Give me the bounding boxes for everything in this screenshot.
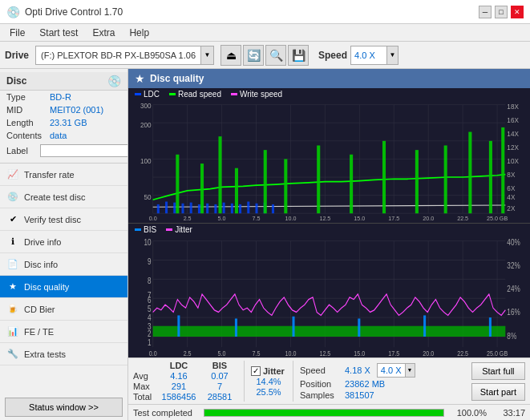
speed-value-stat: 4.18 X <box>345 365 370 375</box>
scan-button[interactable]: 🔍 <box>265 45 286 66</box>
close-button[interactable]: ✕ <box>511 6 524 18</box>
fe-te-icon: 📊 <box>6 325 19 338</box>
divider-1 <box>244 361 245 402</box>
menu-extra[interactable]: Extra <box>86 26 121 40</box>
drive-selector[interactable]: (F:) PLEXTOR BD-R PX-LB950SA 1.06 ▼ <box>35 46 214 65</box>
sidebar-item-verify-test-disc[interactable]: ✔ Verify test disc <box>0 208 127 231</box>
svg-rect-43 <box>415 150 419 213</box>
sidebar-item-disc-quality[interactable]: ★ Disc quality <box>0 276 127 298</box>
sidebar-item-drive-info[interactable]: ℹ Drive info <box>0 231 127 253</box>
disc-length-label: Length <box>6 118 48 127</box>
menu-file[interactable]: File <box>3 26 31 40</box>
jitter-col-header: Jitter <box>263 366 285 376</box>
jitter-color <box>166 228 172 231</box>
svg-text:24%: 24% <box>507 284 520 293</box>
svg-rect-72 <box>128 236 530 358</box>
sidebar-item-cd-bier[interactable]: 🍺 CD Bier <box>0 298 127 321</box>
svg-text:10X: 10X <box>507 157 519 165</box>
svg-text:40%: 40% <box>507 236 520 246</box>
maximize-button[interactable]: □ <box>495 6 508 18</box>
start-full-button[interactable]: Start full <box>471 362 525 380</box>
legend-write-speed: Write speed <box>231 90 282 99</box>
svg-text:15.0: 15.0 <box>354 215 365 222</box>
speed-select-arrow[interactable]: ▼ <box>405 364 415 377</box>
svg-text:25.0 GB: 25.0 GB <box>487 215 508 222</box>
samples-row: Samples 381507 <box>300 390 415 400</box>
speed-selector-stat[interactable]: 4.0 X ▼ <box>377 363 415 378</box>
minimize-button[interactable]: ─ <box>479 6 492 18</box>
create-test-disc-icon: 💿 <box>6 191 19 204</box>
speed-selector[interactable]: 4.0 X ▼ <box>350 46 399 65</box>
svg-text:100: 100 <box>140 157 152 165</box>
svg-rect-41 <box>350 155 353 213</box>
bis-col-header: BIS <box>202 361 237 370</box>
drive-dropdown-arrow[interactable]: ▼ <box>200 46 213 64</box>
start-part-button[interactable]: Start part <box>471 383 525 401</box>
legend-bis: BIS <box>135 225 156 234</box>
progress-track <box>204 409 444 417</box>
svg-rect-28 <box>231 204 233 213</box>
disc-label-input[interactable] <box>40 144 128 157</box>
max-jitter: 25.5% <box>251 387 286 397</box>
menu-start-test[interactable]: Start test <box>33 26 84 40</box>
extra-tests-label: Extra tests <box>24 349 66 359</box>
svg-rect-27 <box>223 203 225 214</box>
svg-text:8: 8 <box>148 275 152 285</box>
disc-quality-label: Disc quality <box>24 282 69 292</box>
eject-button[interactable]: ⏏ <box>220 45 241 66</box>
avg-ldc: 4.16 <box>159 371 199 381</box>
sidebar-item-fe-te[interactable]: 📊 FE / TE <box>0 321 127 343</box>
drive-icons: ⏏ 🔄 🔍 💾 <box>220 45 309 66</box>
svg-text:15.0: 15.0 <box>354 349 365 357</box>
total-row: Total 1586456 28581 <box>133 392 237 402</box>
sidebar-item-create-test-disc[interactable]: 💿 Create test disc <box>0 186 127 208</box>
write-speed-color <box>231 93 237 95</box>
save-button[interactable]: 💾 <box>288 45 309 66</box>
transfer-rate-label: Transfer rate <box>24 170 75 180</box>
max-row: Max 291 7 <box>133 382 237 391</box>
status-text: Test completed <box>133 408 197 418</box>
svg-rect-91 <box>177 315 180 337</box>
speed-dropdown-arrow[interactable]: ▼ <box>386 46 398 64</box>
disc-type-value: BD-R <box>50 92 71 102</box>
svg-rect-44 <box>444 145 447 213</box>
avg-label: Avg <box>133 371 156 381</box>
disc-type-label: Type <box>6 92 48 102</box>
disc-section-header: Disc 💿 <box>0 72 127 91</box>
verify-test-disc-label: Verify test disc <box>24 215 81 224</box>
sidebar-item-extra-tests[interactable]: 🔧 Extra tests <box>0 343 127 365</box>
disc-length-row: Length 23.31 GB <box>0 116 127 129</box>
svg-rect-21 <box>173 203 176 214</box>
svg-rect-47 <box>501 127 504 213</box>
progress-bar-container: Test completed 100.0% 33:17 <box>128 404 530 420</box>
svg-text:8X: 8X <box>507 171 515 179</box>
create-test-disc-label: Create test disc <box>24 192 85 202</box>
svg-rect-40 <box>317 145 320 213</box>
svg-rect-34 <box>176 155 179 213</box>
svg-text:6X: 6X <box>507 184 515 192</box>
max-ldc: 291 <box>159 382 199 391</box>
status-window-button[interactable]: Status window >> <box>5 398 123 417</box>
sidebar-item-disc-info[interactable]: 📄 Disc info <box>0 253 127 276</box>
disc-info-label: Disc info <box>24 260 58 269</box>
drive-label: Drive <box>5 50 29 61</box>
cd-bier-label: CD Bier <box>24 305 55 314</box>
refresh-button[interactable]: 🔄 <box>243 45 264 66</box>
cd-bier-icon: 🍺 <box>6 303 19 316</box>
read-speed-label: Read speed <box>178 90 221 99</box>
jitter-checkbox[interactable]: ✓ <box>251 366 261 376</box>
svg-text:7.5: 7.5 <box>253 215 261 222</box>
verify-test-disc-icon: ✔ <box>6 213 19 226</box>
svg-text:2X: 2X <box>507 204 515 212</box>
disc-type-row: Type BD-R <box>0 91 127 103</box>
svg-text:14X: 14X <box>507 130 519 138</box>
menu-help[interactable]: Help <box>123 26 156 40</box>
svg-rect-92 <box>235 318 237 337</box>
sidebar-item-transfer-rate[interactable]: 📈 Transfer rate <box>0 164 127 186</box>
empty-header <box>133 361 156 370</box>
svg-rect-38 <box>264 150 267 213</box>
max-label: Max <box>133 382 156 391</box>
max-bis: 7 <box>202 382 237 391</box>
svg-rect-31 <box>255 204 257 213</box>
jitter-label: Jitter <box>175 225 192 234</box>
